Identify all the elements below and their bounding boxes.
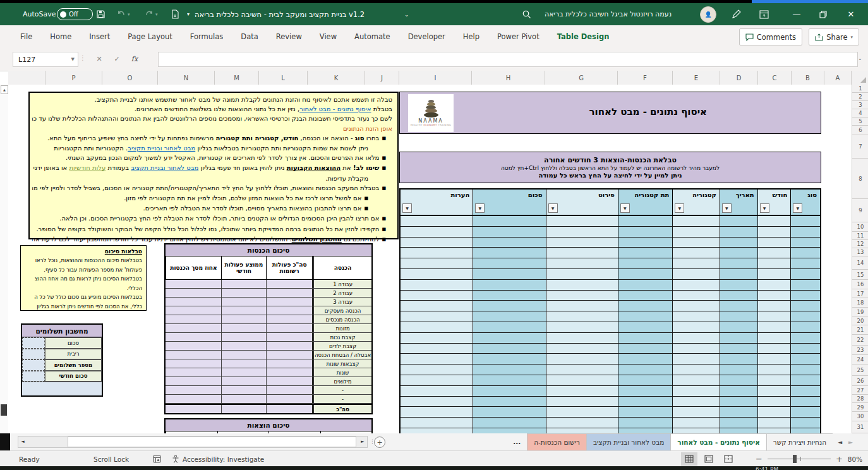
row-header-20[interactable]: 20 [852, 316, 868, 325]
table-cell[interactable] [672, 291, 720, 301]
name-box-caret-icon[interactable]: ▼ [71, 57, 75, 62]
income-cell[interactable] [266, 315, 312, 323]
income-cell[interactable] [221, 368, 266, 377]
table-cell[interactable] [757, 301, 791, 311]
income-cell[interactable] [266, 386, 312, 394]
save-button[interactable] [96, 3, 105, 25]
column-header-K[interactable]: K [308, 71, 365, 85]
table-cell[interactable] [618, 280, 672, 290]
table-cell[interactable] [757, 407, 791, 417]
column-header-L[interactable]: L [259, 71, 308, 85]
income-cell[interactable] [266, 368, 312, 377]
ribbon-tab-insert[interactable]: Insert [80, 25, 119, 48]
zoom-in-button[interactable]: + [836, 454, 843, 464]
table-cell[interactable] [546, 333, 618, 343]
table-cell[interactable] [618, 311, 672, 322]
filter-dropdown-icon[interactable]: ▼ [793, 203, 802, 213]
payment-calculator-result-cell[interactable] [22, 382, 102, 395]
table-cell[interactable] [790, 375, 820, 385]
table-cell[interactable] [473, 397, 545, 407]
income-cell[interactable] [166, 386, 221, 394]
income-cell[interactable] [266, 298, 312, 306]
sheet-tab-blue[interactable]: מבט לאחור ובניית תקציב [586, 433, 670, 450]
table-cell[interactable] [672, 344, 720, 354]
table-cell[interactable] [546, 280, 618, 290]
table-cell[interactable] [546, 375, 618, 385]
ribbon-tab-help[interactable]: Help [454, 25, 488, 48]
select-all-corner[interactable] [852, 71, 868, 85]
table-cell[interactable] [790, 269, 820, 279]
table-cell[interactable] [401, 365, 473, 375]
row-header-27[interactable]: 27 [852, 386, 868, 395]
column-header-N[interactable]: N [158, 71, 215, 85]
enter-button[interactable]: ✓ [109, 52, 125, 66]
table-cell[interactable] [720, 428, 757, 433]
table-cell[interactable] [618, 322, 672, 332]
income-cell[interactable] [166, 306, 221, 315]
row-header-7[interactable]: 7 [852, 135, 868, 159]
table-cell[interactable] [546, 216, 618, 226]
table-cell[interactable] [546, 418, 618, 428]
table-cell[interactable] [401, 428, 473, 433]
sheet-tab-pink[interactable]: רישום הכנסות-ה [527, 433, 586, 450]
table-cell[interactable] [473, 375, 545, 385]
quick-access-toolbar-caret[interactable]: ▾ [187, 3, 190, 25]
column-header-B[interactable]: B [792, 71, 824, 85]
table-cell[interactable] [401, 344, 473, 354]
income-cell[interactable] [166, 342, 221, 350]
table-cell[interactable] [473, 418, 545, 428]
table-cell[interactable] [473, 227, 545, 237]
table-cell[interactable] [401, 258, 473, 268]
user-name[interactable]: נעמה רויזנטול אביגל חשיבה כלכלית בריאה [545, 3, 672, 25]
table-cell[interactable] [618, 216, 672, 226]
table-cell[interactable] [618, 269, 672, 279]
row-header-18[interactable]: 18 [852, 298, 868, 308]
income-cell[interactable] [166, 351, 221, 359]
page-layout-view-button[interactable] [701, 452, 717, 466]
ribbon-tab-review[interactable]: Review [267, 25, 311, 48]
table-cell[interactable] [720, 280, 757, 290]
ribbon-display-options-icon[interactable] [759, 3, 769, 25]
close-button[interactable]: ✕ [840, 3, 862, 25]
income-cell[interactable] [166, 333, 221, 341]
table-cell[interactable] [401, 280, 473, 290]
table-cell[interactable] [790, 397, 820, 407]
income-cell[interactable] [266, 280, 312, 288]
table-cell[interactable] [672, 354, 720, 364]
table-cell[interactable] [790, 258, 820, 268]
table-cell[interactable] [546, 227, 618, 237]
restore-button[interactable] [812, 3, 834, 25]
column-header-F[interactable]: F [618, 71, 673, 85]
table-cell[interactable] [546, 291, 618, 301]
zoom-out-button[interactable]: − [756, 454, 763, 464]
income-cell[interactable] [221, 386, 266, 394]
zoom-level[interactable]: 80% [848, 455, 862, 463]
table-cell[interactable] [546, 344, 618, 354]
table-cell[interactable] [618, 354, 672, 364]
table-cell[interactable] [672, 418, 720, 428]
table-cell[interactable] [546, 365, 618, 375]
table-cell[interactable] [618, 344, 672, 354]
income-cell[interactable] [221, 306, 266, 315]
sheet-tab-active[interactable]: איסוף נתונים - מבט לאחור [670, 433, 766, 452]
table-cell[interactable] [546, 248, 618, 258]
income-cell[interactable] [221, 289, 266, 297]
row-header-30[interactable]: 30 [852, 412, 868, 421]
income-cell[interactable] [221, 395, 266, 403]
row-header-29[interactable]: 29 [852, 403, 868, 412]
undo-button[interactable]: ▾ [116, 3, 130, 25]
table-cell[interactable] [757, 238, 791, 248]
table-cell[interactable] [790, 386, 820, 396]
table-cell[interactable] [672, 322, 720, 332]
ribbon-tab-data[interactable]: Data [232, 25, 267, 48]
income-cell[interactable] [266, 359, 312, 368]
table-cell[interactable] [757, 386, 791, 396]
avatar[interactable]: 👤 [700, 3, 716, 25]
income-cell[interactable] [166, 359, 221, 368]
table-cell[interactable] [790, 311, 820, 322]
table-cell[interactable] [618, 248, 672, 258]
income-cell[interactable] [266, 324, 312, 332]
table-cell[interactable] [546, 397, 618, 407]
row-header-11[interactable]: 11 [852, 232, 868, 240]
row-header-2[interactable]: 2 [852, 93, 868, 101]
